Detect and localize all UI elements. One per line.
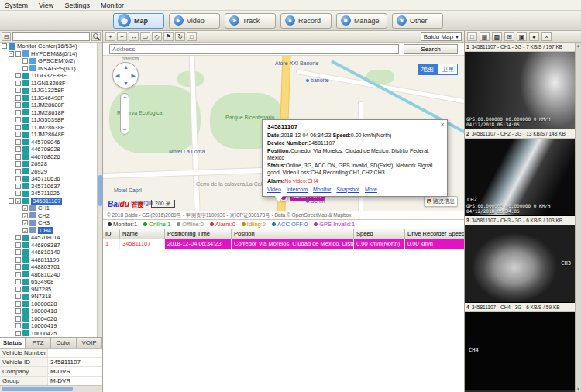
checkbox[interactable] [15, 323, 21, 328]
tree-item[interactable]: 11JM28648F [0, 131, 97, 139]
close-icon[interactable]: ✕ [440, 122, 445, 128]
checkbox[interactable] [15, 95, 21, 101]
feed-video[interactable]: CH3 [465, 225, 575, 303]
search-icon[interactable] [91, 32, 101, 41]
popup-link-intercom[interactable]: Intercom [287, 187, 308, 192]
checkbox[interactable]: ✓ [22, 220, 28, 225]
tree-item[interactable]: 26929 [0, 168, 97, 176]
checkbox[interactable] [15, 102, 21, 108]
tree-item[interactable]: −✓345811107 [0, 198, 97, 205]
popup-link-snapshot[interactable]: Snapshot [336, 187, 359, 192]
checkbox[interactable] [15, 184, 21, 189]
checkbox[interactable] [15, 279, 21, 284]
menu-item-monitor[interactable]: Monitor [101, 2, 124, 9]
snapshot-icon[interactable]: ▣ [517, 32, 527, 41]
pan-down-icon[interactable]: ▼ [123, 81, 129, 86]
tree-scrollbar-thumb[interactable] [98, 175, 102, 206]
checkbox[interactable] [15, 146, 21, 152]
tree-item[interactable]: 345710637 [0, 183, 97, 191]
tree-item[interactable]: 10000419 [0, 322, 97, 330]
info-hscrollbar[interactable] [0, 385, 102, 392]
popup-link-more[interactable]: More [365, 187, 377, 192]
search-button[interactable]: Search [404, 44, 458, 54]
pan-left-icon[interactable]: ◀ [115, 73, 119, 78]
checkbox[interactable]: ✓ [22, 228, 28, 233]
tree-item[interactable]: 11JM28608F [0, 101, 97, 109]
tree-item[interactable]: ✓CH3 [0, 219, 97, 227]
tree-item[interactable]: ✓CH4 [0, 227, 97, 235]
tree-item[interactable]: −Monitor Center(16/534) [0, 43, 97, 50]
checkbox[interactable] [15, 257, 21, 263]
checkbox[interactable]: ✓ [15, 198, 21, 204]
checkbox[interactable]: ✓ [22, 213, 28, 218]
tree-item[interactable]: 6534968 [0, 278, 97, 286]
checkbox[interactable] [15, 272, 21, 277]
video-scrollbar[interactable]: ▲ ▼ [575, 43, 581, 392]
traffic-info-button[interactable]: 路况信息 [424, 196, 458, 207]
menu-item-settings[interactable]: Settings [64, 2, 90, 9]
tree-item[interactable]: 10000028 [0, 301, 97, 308]
checkbox[interactable] [15, 139, 21, 145]
checkbox[interactable] [15, 110, 21, 115]
scroll-up-icon[interactable]: ▲ [576, 43, 580, 48]
video-feed-3[interactable]: 3345811107 - CH3 - 3G - 6 KB/S / 103 KBC… [465, 216, 575, 303]
checkbox[interactable] [15, 169, 21, 174]
record-icon[interactable]: ● [529, 32, 539, 41]
checkbox[interactable] [15, 301, 21, 307]
zoom-out-icon[interactable]: − [117, 32, 127, 41]
feed-video[interactable]: GPS:00.000000 00.000000 0 KM/H04/12/2018… [465, 139, 575, 216]
single-view-icon[interactable]: □ [467, 32, 477, 41]
zoom-out-icon[interactable]: − [123, 126, 127, 134]
tree-item[interactable]: 446708026 [0, 153, 97, 161]
tree-item[interactable]: 9N7285 [0, 286, 97, 294]
checkbox[interactable] [15, 132, 21, 137]
checkbox[interactable] [15, 88, 21, 93]
close-all-icon[interactable]: × [541, 32, 552, 41]
checkbox[interactable] [15, 287, 21, 292]
tree-item[interactable]: 445709046 [0, 139, 97, 146]
tab-manage[interactable]: ■Manage [336, 13, 387, 29]
checkbox[interactable] [15, 176, 21, 181]
checkbox[interactable] [15, 294, 21, 299]
checkbox[interactable] [15, 331, 21, 336]
tree-item[interactable]: INSAGPS(0/1) [0, 65, 97, 73]
tree-search-input[interactable] [12, 32, 90, 41]
checkbox[interactable] [15, 242, 21, 248]
checkbox[interactable] [15, 161, 21, 167]
checkbox[interactable] [15, 249, 21, 255]
tree-item[interactable]: 26928 [0, 160, 97, 168]
map-provider-dropdown[interactable]: Baidu Map ▾ [421, 32, 462, 41]
menu-item-view[interactable]: View [39, 2, 53, 9]
nine-view-icon[interactable]: ▩ [492, 32, 502, 41]
zoom-in-icon[interactable]: + [105, 32, 115, 41]
checkbox[interactable] [15, 316, 21, 322]
checkbox[interactable] [15, 73, 21, 78]
video-feed-1[interactable]: 1345811107 - CH1 - 3G - 7 KB/S / 197 KBG… [465, 43, 575, 129]
feed-video[interactable]: GPS:00.000000 00.000000 0 KM/H04/12/2018… [465, 52, 575, 129]
tree-item[interactable]: 448803701 [0, 263, 97, 271]
column-header[interactable]: ID [103, 229, 120, 239]
tree-item[interactable]: 10000425 [0, 330, 97, 338]
zoom-in-icon[interactable]: + [123, 94, 127, 101]
checkbox[interactable] [22, 58, 28, 64]
checkbox[interactable] [15, 191, 21, 196]
checkbox[interactable] [15, 81, 21, 86]
column-header[interactable]: Drive Recorder Speed [405, 229, 464, 239]
sidebar-tab-ptz[interactable]: PTZ [26, 338, 51, 348]
sidebar-tab-status[interactable]: Status [0, 338, 26, 348]
expander-icon[interactable]: − [2, 43, 7, 49]
map-zoom-slider[interactable]: + − [120, 93, 129, 135]
tree-scrollbar[interactable] [97, 43, 102, 337]
add-marker-icon[interactable]: ⚑ [163, 32, 174, 41]
tree-item[interactable]: 10000418 [0, 308, 97, 315]
checkbox[interactable] [15, 264, 21, 270]
pan-up-icon[interactable]: ▲ [123, 64, 129, 70]
tree-item[interactable]: 11JG55398F [0, 116, 97, 124]
tree-item[interactable]: 11JM28618F [0, 109, 97, 117]
column-header[interactable]: Position [232, 229, 354, 239]
tree-item[interactable]: 9N7318 [0, 293, 97, 301]
tree-item[interactable]: 446708028 [0, 146, 97, 153]
checkbox[interactable]: ✓ [22, 205, 28, 211]
sidebar-tab-color[interactable]: Color [51, 338, 77, 348]
layer-map-button[interactable]: 地图 [418, 64, 438, 75]
